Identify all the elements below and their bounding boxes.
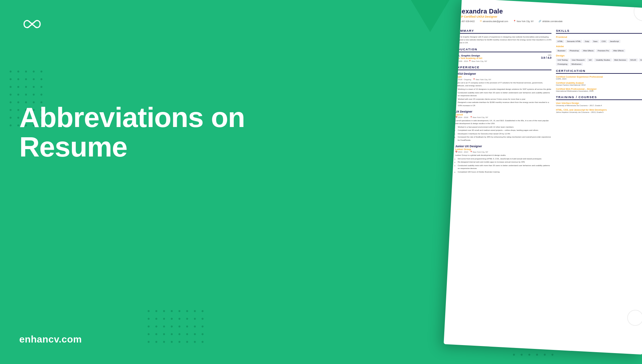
skill-sass: Sass — [592, 40, 599, 43]
deco-circle-bottom — [627, 310, 642, 326]
cert-2-org: Human Factors International, 2012 — [556, 84, 642, 86]
dot-grid-bottom-mid — [148, 310, 205, 345]
training-2-title: HTML, CSS, and Javascript for Web Develo… — [556, 109, 642, 111]
summary-text: UX/UI & Graphic Designer with 8 years of… — [455, 36, 551, 44]
training-1-title: User Interface Design — [556, 102, 642, 104]
skill-usability-studies: Usability Studies — [594, 58, 612, 62]
cert-1-org: CXPA, 2015 — [556, 78, 642, 80]
skills-adobe-label: Adobe — [556, 45, 642, 48]
job-1-title: UX/UI Designer — [455, 72, 551, 75]
cert-1-title: Certified Customer Experience Profession… — [556, 76, 642, 78]
portfolio: 🔗 dribbble.com/alexdale — [539, 20, 562, 22]
skill-css: CSS — [600, 40, 607, 43]
skill-javascript: JavaScript — [608, 40, 620, 43]
training-2: HTML, CSS, and Javascript for Web Develo… — [556, 109, 642, 114]
skill-user-research: User Research — [570, 58, 586, 62]
job-1: UX/UI Designer Boyle 📅 2018 - Ongoing 📍 … — [455, 72, 551, 107]
email: ✉ alexandra.dale@gmail.com — [480, 20, 508, 22]
job-1-desc: Boyle Ltd is an IT company active in the… — [455, 81, 551, 87]
skill-prototyping: Prototyping — [556, 63, 569, 66]
edu-date: 📅 2008 - 2014 📍 New York City, NY — [455, 60, 487, 62]
job-3: Junior UX Designer Ledner Group 📅 2013 -… — [455, 145, 551, 174]
cert-2-title: Certified Usability Analyst — [556, 82, 642, 84]
website-url: enhancv.com — [19, 334, 82, 345]
resume-body: SUMMARY UX/UI & Graphic Designer with 8 … — [455, 26, 642, 176]
skill-unit-testing: Unit Testing — [556, 58, 569, 62]
job-3-title: Junior UX Designer — [455, 145, 551, 148]
skills-design-tags: Unit Testing User Research IxD Usability… — [556, 58, 642, 66]
training-title: TRAINING / COURSES — [556, 95, 642, 100]
phone: 📞 +1-837-639-8422 — [455, 20, 475, 22]
training-1: User Interface Design University of Minn… — [556, 102, 642, 107]
skill-wireframes: Wireframes — [570, 63, 583, 66]
job-2: UX Designer Carroll 📅 2014 - 2018 📍 New … — [455, 110, 551, 142]
skills-title: SKILLS — [556, 29, 642, 34]
resume-name: Alexandra Dale — [455, 8, 642, 15]
job-2-company: Carroll — [455, 113, 551, 116]
edu-gpa: GPA 3.9 / 4.0 — [541, 54, 551, 59]
cert-3: Certified Web Professional – Designer In… — [556, 88, 642, 92]
skill-semantic-html: Semantic HTML — [565, 40, 582, 43]
job-3-company: Ledner Group — [455, 148, 551, 151]
resume-left-column: SUMMARY UX/UI & Graphic Designer with 8 … — [455, 26, 551, 176]
skill-gulp: Gulp — [583, 40, 591, 43]
skill-photoshop: Photoshop — [568, 49, 581, 52]
job-1-meta: 📅 2018 - Ongoing 📍 New York City, NY — [455, 78, 551, 80]
skills-frontend-tags: HTML Semantic HTML Gulp Sass CSS JavaScr… — [556, 40, 642, 43]
skill-grasp: GRASP — [638, 58, 642, 62]
job-2-bullets: Worked in a fast-paced environment with … — [455, 126, 551, 142]
job-1-company: Boyle — [455, 75, 551, 78]
cert-1: Certified Customer Experience Profession… — [556, 76, 642, 80]
skill-after-effects-1: After Effects — [581, 49, 595, 52]
education-block: B.A. Graphic Design New York Academy of … — [455, 54, 551, 62]
job-2-title: UX Designer — [455, 110, 551, 113]
skill-html: HTML — [556, 40, 564, 43]
main-title: Abbreviations on Resume — [19, 103, 250, 162]
skills-design-label: Design — [556, 54, 642, 57]
resume-right-column: SKILLS Frontend HTML Semantic HTML Gulp … — [556, 26, 642, 176]
cert-3-title: Certified Web Professional – Designer — [556, 88, 642, 90]
training-1-desc: University of Minnesota via Coursera – 2… — [556, 104, 642, 107]
resume-title: CCXP Certified UX/UI Designer — [455, 15, 642, 18]
resume-card: Alexandra Dale CCXP Certified UX/UI Desi… — [444, 0, 642, 354]
triangle-decoration — [411, 0, 449, 32]
summary-title: SUMMARY — [455, 29, 551, 34]
skill-web-services: Web Services — [613, 58, 628, 62]
job-1-bullets: Working in a team of 12 designers to pro… — [455, 88, 551, 107]
training-2-desc: Johns Hopkins University via Coursera – … — [556, 111, 642, 114]
skill-ixd: IxD — [587, 58, 593, 62]
cert-2: Certified Usability Analyst Human Factor… — [556, 82, 642, 86]
experience-title: EXPERIENCE — [455, 65, 551, 70]
job-2-desc: Carroll specializes in web development, … — [455, 119, 551, 125]
resume-contact: 📞 +1-837-639-8422 ✉ alexandra.dale@gmail… — [455, 20, 642, 22]
resume-header: Alexandra Dale CCXP Certified UX/UI Desi… — [455, 8, 642, 22]
job-2-meta: 📅 2014 - 2018 📍 New York City, NY — [455, 116, 551, 118]
skill-illustrator: Illustrator — [556, 49, 567, 52]
job-3-bullets: Did some front-end programming (HTML 5, … — [455, 157, 551, 174]
education-title: EDUCATION — [455, 47, 551, 52]
skill-solid: SOLID — [629, 58, 638, 62]
edu-degree: B.A. Graphic Design — [455, 54, 487, 57]
skills-frontend-label: Frontend — [556, 36, 642, 38]
job-3-meta: 📅 2013 - 2014 📍 New York City, NY — [455, 151, 551, 153]
skill-premiere-pro: Premiere Pro — [596, 49, 611, 52]
logo — [19, 16, 45, 33]
skills-adobe-tags: Illustrator Photoshop After Effects Prem… — [556, 49, 642, 52]
edu-school: New York Academy of Art — [455, 57, 487, 59]
location: 📍 New York City, NY — [513, 20, 534, 22]
job-3-desc: Ledner Group is a global web development… — [455, 154, 551, 157]
skill-after-effects-2: After Effects — [612, 49, 625, 52]
cert-3-org: International Webmasters Association, 20… — [556, 90, 642, 92]
certification-title: CERTIFICATION — [556, 69, 642, 74]
